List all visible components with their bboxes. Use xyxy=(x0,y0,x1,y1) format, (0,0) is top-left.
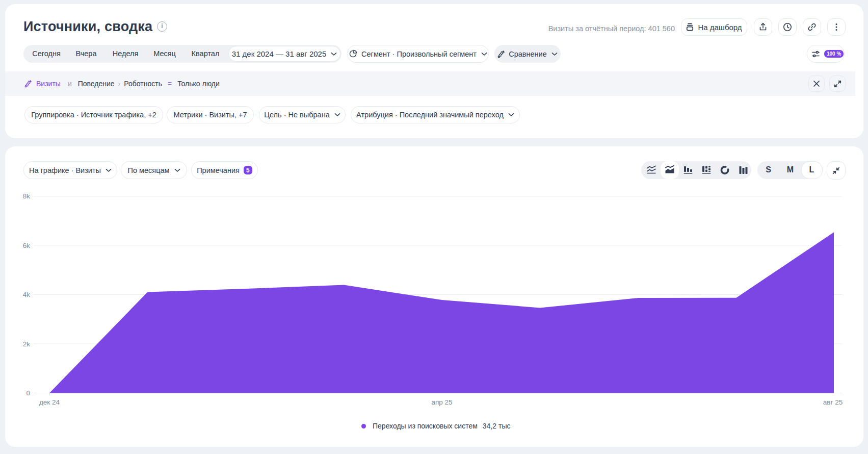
svg-text:авг 25: авг 25 xyxy=(823,398,843,406)
svg-text:0: 0 xyxy=(26,389,30,397)
svg-text:2k: 2k xyxy=(23,340,31,348)
svg-text:апр 25: апр 25 xyxy=(431,398,452,406)
svg-text:4k: 4k xyxy=(23,291,31,298)
svg-text:8k: 8k xyxy=(23,192,31,200)
svg-text:6k: 6k xyxy=(23,242,31,249)
svg-text:дек 24: дек 24 xyxy=(39,398,60,406)
